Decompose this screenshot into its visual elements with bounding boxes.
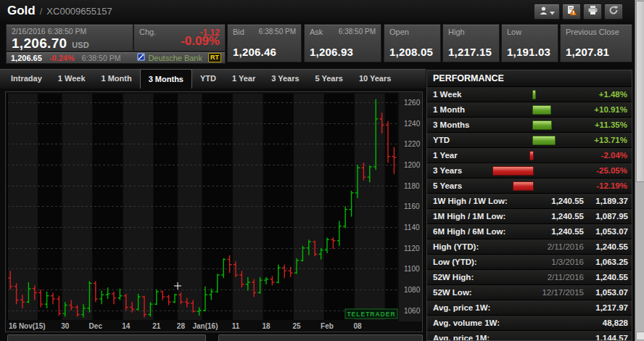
quote-box-low: Low1,191.03 [501,24,558,62]
statistic-label: 1W High / 1W Low: [433,194,508,208]
tab-1-month[interactable]: 1 Month [94,69,140,89]
statistic-label: Avg. price 1W: [433,300,490,315]
x-axis-tick-label: 11 [232,322,240,330]
performance-bar [532,90,536,99]
change-box: Chg. -1.12 -0.09% [133,24,226,52]
tab-3-years[interactable]: 3 Years [263,69,307,89]
y-axis-tick-label: 1260 [404,99,421,107]
x-axis-tick-label: 16 Nov(15) [9,322,46,330]
statistic-value-2: 1,087.95 [595,209,628,223]
tab-3-months[interactable]: 3 Months [140,69,192,89]
performance-value: -25.05% [596,163,627,178]
statistic-date: 1/3/2016 [551,255,584,269]
quote-box-label: Low [507,28,521,36]
statistic-label: 6M High / 6M Low: [433,224,505,239]
change-percent: -0.09% [181,34,220,49]
tab-10-years[interactable]: 10 Years [351,69,399,89]
statistic-value-1: 1,240.55 [551,194,584,208]
person-icon [539,5,548,18]
chevron-down-icon [550,5,555,18]
last-price: 1,206.70 [12,36,67,51]
statistic-date: 2/11/2016 [548,239,584,254]
x-axis-tick-label: 21 [152,322,161,330]
statistic-label: Low (YTD): [433,255,477,269]
x-axis-tick-label: Jan(16) [192,322,218,330]
tab-5-years[interactable]: 5 Years [307,69,351,89]
tab-intraday[interactable]: Intraday [3,69,50,89]
statistic-date: 12/17/2015 [542,285,584,300]
quote-box-ask: Ask6:38:50 PM1,206.93 [304,24,381,62]
print-button[interactable] [583,4,602,20]
data-source: Deutsche Bank [137,53,202,62]
price-chart[interactable]: 1060108011001120114011601180120012201240… [5,91,423,332]
performance-period-label: 3 Months [433,118,469,132]
title-separator: / [40,6,43,17]
performance-bar [532,120,552,130]
quote-box-value: 1,206.93 [310,46,353,58]
performance-period-label: 1 Year [433,148,458,163]
statistic-value-2: 1,144.57 [595,331,628,341]
statistic-value-2: 1,189.37 [595,194,628,208]
scrollbar-thumb[interactable] [636,1,644,182]
statistic-date: 2/11/2016 [548,270,584,284]
secondary-quote-row: 1,206.65 -0.24% 6:38:50 PM Deutsche Bank… [6,52,226,64]
quote-box-value: 1,208.05 [389,46,433,58]
performance-value: -2.04% [601,148,627,163]
instrument-title: Gold/XC0009655157 [7,4,112,18]
statistic-value-2: 48,828 [603,316,628,330]
performance-rows: 1 Week+1.48%1 Month+10.91%3 Months+11.35… [427,87,632,341]
performance-period-label: 5 Years [433,178,462,193]
statistic-value-2: 1,240.55 [595,239,628,254]
performance-bar-row: 3 Months+11.35% [427,118,632,133]
tab-1-week[interactable]: 1 Week [50,69,94,89]
statistic-row: 1W High / 1W Low:1,240.551,189.37 [427,194,632,209]
quote-datetime: 2/16/2016 6:38:50 PM [12,27,128,36]
tab-1-year[interactable]: 1 Year [224,69,263,89]
performance-bar-row: 1 Year-2.04% [427,148,632,163]
y-axis-tick-label: 1240 [404,120,421,128]
x-axis-tick-label: 25 [292,322,301,330]
top-bar: Gold/XC0009655157 [0,0,635,22]
performance-bar-row: 3 Years-25.05% [427,163,632,178]
quote-box-value: 1,206.46 [233,46,276,58]
performance-panel: PERFORMANCE 1 Week+1.48%1 Month+10.91%3 … [426,70,632,341]
statistic-value-2: 1,063.25 [595,255,628,269]
page-title: Gold [7,4,36,17]
y-axis-tick-label: 1180 [404,182,420,190]
instrument-isin: XC0009655157 [46,6,112,17]
y-axis-tick-label: 1100 [404,265,420,273]
statistic-label: 1M High / 1M Low: [433,209,505,223]
statistic-row: 6M High / 6M Low:1,240.551,053.07 [427,224,632,239]
news-alert-button[interactable] [562,4,581,20]
performance-period-label: YTD [433,133,450,147]
secondary-price: 1,206.65 [11,54,42,62]
x-axis-tick-label: 14 [122,322,131,330]
statistic-row: Avg. volume 1W:48,828 [427,316,632,331]
x-axis-tick-label: 30 [61,322,70,330]
refresh-button[interactable] [604,4,623,20]
toolbar [534,4,623,20]
gold-quote-page: Gold/XC0009655157 [0,0,644,341]
statistic-value-2: 1,053.07 [595,224,628,239]
vertical-scrollbar[interactable] [635,0,644,341]
tab-ytd[interactable]: YTD [192,69,224,89]
quote-box-label: Open [389,28,409,36]
performance-header: PERFORMANCE [427,70,632,87]
performance-period-label: 1 Month [433,102,465,117]
realtime-badge: RT [208,53,221,62]
price-chart-svg: 1060108011001120114011601180120012201240… [6,92,422,332]
statistic-value-2: 1,053.07 [595,285,628,300]
statistic-row: 52W Low:12/17/20151,053.07 [427,285,632,300]
user-menu-button[interactable] [534,4,560,20]
y-axis-tick-label: 1120 [404,245,420,252]
statistic-row: Avg. price 1W:1,217.97 [427,300,632,316]
statistic-value-1: 1,240.55 [551,224,584,239]
y-axis-tick-label: 1140 [404,223,420,231]
quote-box-bid: Bid6:38:50 PM1,206.46 [227,24,302,62]
y-axis-tick-label: 1200 [404,161,421,169]
x-axis-tick-label: 28 [177,322,186,330]
statistic-value-2: 1,240.55 [595,270,628,284]
y-axis-tick-label: 1220 [404,140,421,148]
quote-box-label: Bid [233,28,244,36]
performance-value: +13.71% [594,133,627,147]
